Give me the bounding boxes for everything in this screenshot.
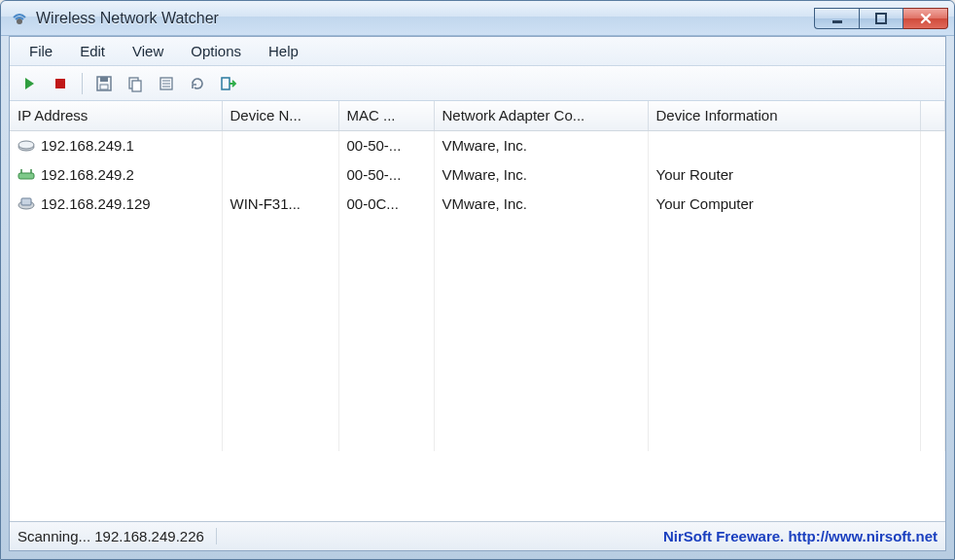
column-spacer — [920, 101, 945, 130]
cell-device-name — [222, 159, 338, 189]
copy-icon — [126, 75, 144, 92]
table-row-empty — [10, 305, 945, 334]
properties-icon — [158, 75, 175, 92]
exit-icon — [220, 75, 237, 92]
device-listview[interactable]: IP Address Device N... MAC ... Network A… — [10, 101, 945, 521]
refresh-icon — [189, 75, 206, 92]
device-generic-icon — [18, 138, 35, 152]
cell-ip: 192.168.249.129 — [41, 195, 151, 212]
window-title: Wireless Network Watcher — [36, 10, 814, 27]
maximize-button[interactable] — [859, 8, 903, 29]
table-row-empty — [10, 247, 945, 276]
cell-adapter: VMware, Inc. — [434, 130, 648, 159]
toolbar-separator — [82, 73, 83, 94]
cell-info: Your Computer — [648, 189, 920, 218]
menu-file[interactable]: File — [16, 39, 66, 63]
svg-rect-2 — [876, 14, 886, 23]
svg-point-0 — [17, 18, 22, 24]
menu-view[interactable]: View — [119, 39, 177, 63]
table-row-empty — [10, 218, 945, 247]
app-window: Wireless Network Watcher File Edit View … — [0, 0, 955, 560]
status-credit-link[interactable]: NirSoft Freeware. http://www.nirsoft.net — [652, 528, 937, 544]
cell-mac: 00-50-... — [338, 159, 434, 189]
play-icon — [21, 76, 37, 91]
exit-button[interactable] — [215, 70, 242, 97]
cell-mac: 00-50-... — [338, 130, 434, 159]
table-row-empty — [10, 334, 945, 364]
column-header-row: IP Address Device N... MAC ... Network A… — [10, 101, 945, 130]
svg-rect-16 — [18, 173, 34, 179]
column-device-info[interactable]: Device Information — [648, 101, 920, 130]
refresh-button[interactable] — [184, 70, 211, 97]
status-scanning: Scanning... 192.168.249.226 — [18, 528, 217, 544]
titlebar[interactable]: Wireless Network Watcher — [1, 1, 954, 36]
table-row-empty — [10, 364, 945, 393]
table-row-empty — [10, 276, 945, 305]
cell-adapter: VMware, Inc. — [434, 189, 648, 218]
column-ip-address[interactable]: IP Address — [10, 101, 222, 130]
table-row[interactable]: 192.168.249.2 00-50-... VMware, Inc. You… — [10, 159, 945, 189]
table-row[interactable]: 192.168.249.1 00-50-... VMware, Inc. — [10, 130, 945, 159]
svg-rect-3 — [55, 79, 65, 88]
table-row-empty — [10, 393, 945, 422]
svg-point-15 — [18, 141, 34, 149]
cell-info: Your Router — [648, 159, 920, 189]
svg-rect-8 — [132, 81, 141, 91]
cell-adapter: VMware, Inc. — [434, 159, 648, 189]
menu-edit[interactable]: Edit — [66, 39, 119, 63]
menu-options[interactable]: Options — [177, 39, 255, 63]
svg-rect-6 — [100, 85, 108, 89]
column-mac-address[interactable]: MAC ... — [338, 101, 434, 130]
svg-rect-1 — [832, 20, 842, 23]
cell-info — [648, 130, 920, 159]
save-button[interactable] — [90, 70, 118, 97]
toolbar — [10, 66, 945, 101]
cell-mac: 00-0C... — [338, 189, 434, 218]
svg-rect-20 — [21, 198, 31, 205]
menu-help[interactable]: Help — [255, 39, 312, 63]
column-device-name[interactable]: Device N... — [222, 101, 338, 130]
app-icon — [11, 10, 28, 27]
cell-device-name: WIN-F31... — [222, 189, 338, 218]
cell-device-name — [222, 130, 338, 159]
cell-ip: 192.168.249.1 — [41, 137, 134, 154]
minimize-button[interactable] — [814, 8, 859, 29]
copy-button[interactable] — [122, 70, 149, 97]
cell-ip: 192.168.249.2 — [41, 166, 134, 183]
device-computer-icon — [18, 196, 35, 210]
menubar: File Edit View Options Help — [10, 37, 945, 66]
properties-button[interactable] — [153, 70, 180, 97]
stop-button[interactable] — [47, 70, 74, 97]
window-controls — [814, 8, 948, 29]
svg-rect-13 — [222, 78, 230, 89]
table-row[interactable]: 192.168.249.129 WIN-F31... 00-0C... VMwa… — [10, 189, 945, 218]
device-router-icon — [18, 167, 35, 181]
play-button[interactable] — [16, 70, 43, 97]
table-row-empty — [10, 422, 945, 451]
client-area: File Edit View Options Help — [9, 36, 946, 551]
stop-icon — [53, 76, 68, 91]
close-button[interactable] — [903, 8, 948, 29]
save-icon — [95, 75, 113, 92]
column-network-adapter[interactable]: Network Adapter Co... — [434, 101, 648, 130]
statusbar: Scanning... 192.168.249.226 NirSoft Free… — [10, 521, 945, 550]
svg-rect-5 — [100, 77, 108, 82]
